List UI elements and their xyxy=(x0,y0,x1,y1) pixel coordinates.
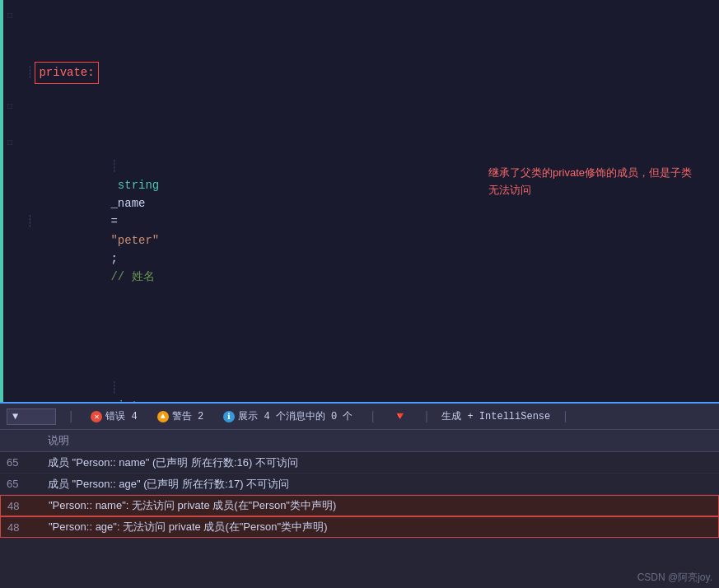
info-filter-button[interactable]: ℹ 展示 4 个消息中的 0 个 xyxy=(218,408,357,425)
code-line: ┊ private: xyxy=(26,62,709,83)
fold-marker-1[interactable]: □ xyxy=(3,7,16,25)
warning-icon: ▲ xyxy=(157,411,169,422)
indent-guide: ┊ xyxy=(26,63,33,82)
code-lines: ┊ private: ┊ ┊ string _name = "peter" ; … xyxy=(16,0,719,402)
code-line: ┊ ┊ string _name = "peter" ; // 姓名 xyxy=(26,139,709,306)
info-icon: ℹ xyxy=(223,411,235,422)
code-editor: □ □ □ ┊ private: ┊ xyxy=(0,0,719,404)
watermark: CSDN @阿亮joy. xyxy=(637,571,712,585)
keyword-string: string xyxy=(110,179,166,192)
error-row-2[interactable]: 65 成员 "Person:: age" (已声明 所在行数:17) 不可访问 xyxy=(0,474,719,495)
code-line: ┊ ┊ int _age = 18 ; // 年龄 xyxy=(26,360,709,402)
annotation-callout: 继承了父类的private修饰的成员，但是子类无法访问 xyxy=(488,165,703,199)
intellisense-button[interactable]: 生成 + IntelliSense xyxy=(441,409,550,423)
filter-icon: 🔻 xyxy=(393,409,407,423)
error-list[interactable]: 65 成员 "Person:: name" (已声明 所在行数:16) 不可访问… xyxy=(0,452,719,588)
error-panel: ▼ | ✕ 错误 4 ▲ 警告 2 ℹ 展示 4 个消息中的 0 个 | 🔻 |… xyxy=(0,404,719,588)
error-toolbar: ▼ | ✕ 错误 4 ▲ 警告 2 ℹ 展示 4 个消息中的 0 个 | 🔻 |… xyxy=(0,404,719,430)
warning-filter-button[interactable]: ▲ 警告 2 xyxy=(152,408,208,425)
error-row-4[interactable]: 48 "Person:: age": 无法访问 private 成员(在"Per… xyxy=(0,516,719,538)
error-row-1[interactable]: 65 成员 "Person:: name" (已声明 所在行数:16) 不可访问 xyxy=(0,452,719,474)
keyword-private: private: xyxy=(35,62,98,83)
error-icon: ✕ xyxy=(91,411,102,422)
keyword-int: int xyxy=(110,399,145,402)
fold-gutter: □ □ □ xyxy=(3,0,16,402)
filter-dropdown[interactable]: ▼ xyxy=(7,408,56,425)
error-row-3[interactable]: 48 "Person:: name": 无法访问 private 成员(在"Pe… xyxy=(0,495,719,516)
error-list-header: 说明 xyxy=(0,430,719,452)
fold-marker-3[interactable]: □ xyxy=(3,133,16,152)
filter-icon-button[interactable]: 🔻 xyxy=(388,408,412,425)
error-filter-button[interactable]: ✕ 错误 4 xyxy=(86,408,142,425)
fold-marker-2[interactable]: □ xyxy=(3,97,16,115)
